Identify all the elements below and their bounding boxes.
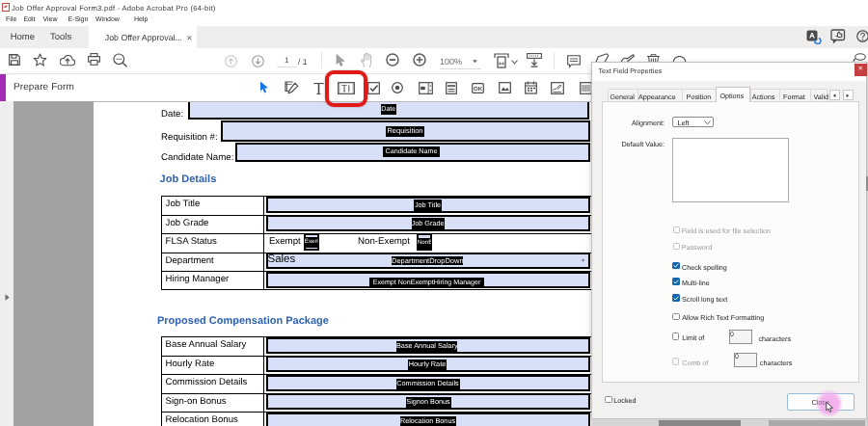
svg-text:OK: OK: [474, 86, 483, 93]
